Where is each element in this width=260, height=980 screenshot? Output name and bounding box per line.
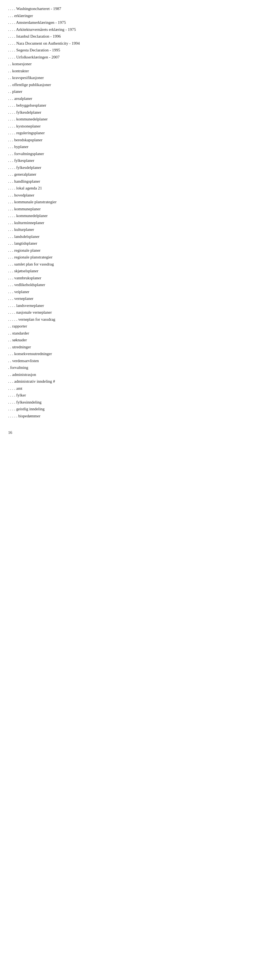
list-item: . . . fylkesplaner bbox=[8, 157, 252, 164]
list-item: . . . administrativ inndeling # bbox=[8, 378, 252, 385]
list-item: . . . . amt bbox=[8, 385, 252, 392]
list-item: . . . byplaner bbox=[8, 143, 252, 151]
list-item: . . . . Segesta Declaration - 1995 bbox=[8, 47, 252, 54]
list-item: . . . samlet plan for vassdrag bbox=[8, 261, 252, 268]
list-item: . . . veiplaner bbox=[8, 288, 252, 296]
list-item: . . konsesjoner bbox=[8, 60, 252, 68]
list-item: . . . kommunale planstrategier bbox=[8, 199, 252, 206]
list-item: . . . . . verneplan for vassdrag bbox=[8, 316, 252, 323]
list-item: . . . kulturminneplaner bbox=[8, 220, 252, 226]
list-item: . . . . Nara Document on Authenticity - … bbox=[8, 40, 252, 47]
list-item: . . . . fylkesinndeling bbox=[8, 399, 252, 406]
list-item: . . kontrakter bbox=[8, 68, 252, 75]
list-item: . . . . bebyggelsesplaner bbox=[8, 102, 252, 109]
list-item: . . . . Istanbul Declaration - 1996 bbox=[8, 33, 252, 40]
list-item: . . . vedlikeholdsplaner bbox=[8, 282, 252, 288]
list-item: . . . . nasjonale verneplaner bbox=[8, 309, 252, 316]
list-item: . . . . kommunedelplaner bbox=[8, 116, 252, 123]
list-item: . forvaltning bbox=[8, 364, 252, 371]
list-item: . . verdensarvlisten bbox=[8, 358, 252, 364]
list-item: . . . . Amsterdamerklæringen - 1975 bbox=[8, 19, 252, 26]
list-item: . . . hovedplaner bbox=[8, 192, 252, 199]
list-item: . . . kulturplaner bbox=[8, 226, 252, 233]
list-item: . . offentlige publikasjoner bbox=[8, 81, 252, 89]
list-item: . . . skjøtselsplaner bbox=[8, 268, 252, 275]
list-item: . . . . Washingtoncharteret - 1987 bbox=[8, 5, 252, 13]
list-item: . . . . kommunedelplaner bbox=[8, 212, 252, 220]
list-item: . . . . fylkesdelplaner bbox=[8, 109, 252, 116]
list-item: . . . regionale planer bbox=[8, 247, 252, 254]
list-item: . . . forvaltningsplaner bbox=[8, 151, 252, 158]
list-item: . . . vannbruksplaner bbox=[8, 275, 252, 282]
list-item: . . . . reguleringsplaner bbox=[8, 130, 252, 137]
list-item: . . rapporter bbox=[8, 323, 252, 330]
list-item: . . . . kystsoneplaner bbox=[8, 123, 252, 130]
list-item: . . . . fylkesdelplaner bbox=[8, 164, 252, 171]
list-item: . . . verneplaner bbox=[8, 295, 252, 302]
list-item: . . . kommuneplaner bbox=[8, 206, 252, 213]
list-item: . . . . landsverneplaner bbox=[8, 302, 252, 309]
list-item: . . . arealplaner bbox=[8, 95, 252, 102]
list-item: . . standarder bbox=[8, 330, 252, 337]
list-item: . . kravspe­sifika­sjoner bbox=[8, 75, 252, 81]
list-item: . . . landsdelsplaner bbox=[8, 233, 252, 240]
list-item: . . . beredskapsplaner bbox=[8, 137, 252, 144]
list-item: . . . . . bispedømmer bbox=[8, 413, 252, 420]
list-item: . . . handlingsplaner bbox=[8, 178, 252, 185]
list-item: . . . regionale planstrategier bbox=[8, 254, 252, 261]
list-item: . . . . geistlig inndeling bbox=[8, 406, 252, 413]
list-item: . . . langtidsplaner bbox=[8, 240, 252, 247]
list-item: . . administrasjon bbox=[8, 371, 252, 379]
list-item: . . . erklæringer bbox=[8, 13, 252, 19]
list-item: . . . . Arkitekturvernårets erklæring - … bbox=[8, 26, 252, 33]
list-item: . . . . Urfolkserklæringen - 2007 bbox=[8, 54, 252, 61]
list-item: . . søknader bbox=[8, 337, 252, 344]
list-item: . . planer bbox=[8, 88, 252, 95]
list-item: . . . . fylker bbox=[8, 392, 252, 399]
list-item: . . . generalplaner bbox=[8, 171, 252, 178]
page-number: 16 bbox=[8, 430, 252, 435]
list-item: . . . . lokal agenda 21 bbox=[8, 185, 252, 192]
list-item: . . utredninger bbox=[8, 344, 252, 351]
list-item: . . . konsekvensutredninger bbox=[8, 350, 252, 358]
